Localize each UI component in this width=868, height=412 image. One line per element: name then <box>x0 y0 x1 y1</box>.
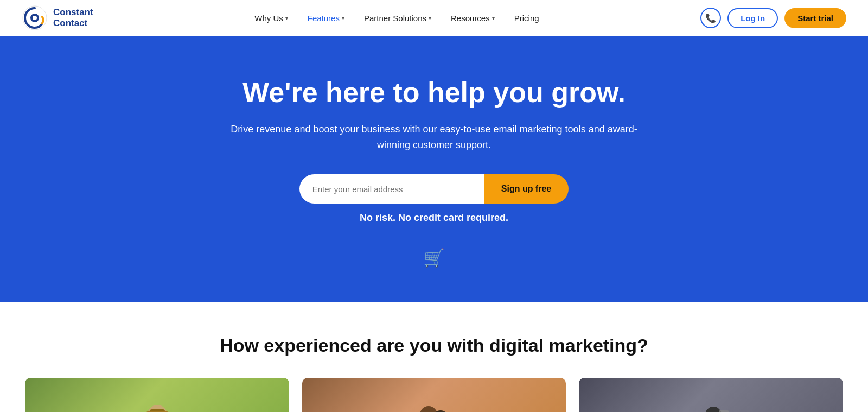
phone-button[interactable]: 📞 <box>700 8 721 28</box>
nav-features[interactable]: Features ▾ <box>300 10 352 26</box>
start-trial-button[interactable]: Start trial <box>784 8 846 28</box>
logo-icon <box>22 5 48 31</box>
chevron-down-icon: ▾ <box>429 15 431 21</box>
card-3[interactable] <box>579 378 843 412</box>
signup-button[interactable]: Sign up free <box>484 174 569 204</box>
nav-right: 📞 Log In Start trial <box>700 8 846 28</box>
cards-row <box>22 378 846 412</box>
section2-heading: How experienced are you with digital mar… <box>22 335 846 356</box>
logo-link[interactable]: ConstantContact <box>22 5 93 31</box>
card-image-1 <box>25 378 289 412</box>
hero-headline: We're here to help you grow. <box>242 76 626 109</box>
card-image-3 <box>579 378 843 412</box>
card-2[interactable] <box>302 378 566 412</box>
svg-point-7 <box>420 406 437 412</box>
card-1[interactable] <box>25 378 289 412</box>
hero-section: We're here to help you grow. Drive reven… <box>0 36 868 302</box>
no-risk-text: No risk. No credit card required. <box>360 210 508 226</box>
navbar: ConstantContact Why Us ▾ Features ▾ Part… <box>0 0 868 36</box>
chevron-down-icon: ▾ <box>492 15 495 21</box>
login-button[interactable]: Log In <box>727 8 778 28</box>
chevron-down-icon: ▾ <box>285 15 288 21</box>
nav-why-us[interactable]: Why Us ▾ <box>247 10 296 26</box>
hero-form: Sign up free <box>299 174 569 204</box>
hero-subheadline: Drive revenue and boost your business wi… <box>228 122 640 153</box>
nav-links: Why Us ▾ Features ▾ Partner Solutions ▾ … <box>247 10 546 26</box>
cart-icon: 🛒 <box>423 248 445 268</box>
section2: How experienced are you with digital mar… <box>0 302 868 412</box>
phone-icon: 📞 <box>705 13 716 23</box>
chevron-down-icon: ▾ <box>342 15 344 21</box>
logo-text: ConstantContact <box>53 7 93 29</box>
nav-partner-solutions[interactable]: Partner Solutions ▾ <box>356 10 439 26</box>
email-input[interactable] <box>299 174 484 204</box>
nav-pricing[interactable]: Pricing <box>507 10 547 26</box>
nav-resources[interactable]: Resources ▾ <box>443 10 502 26</box>
card-image-2 <box>302 378 566 412</box>
svg-point-2 <box>33 16 37 20</box>
